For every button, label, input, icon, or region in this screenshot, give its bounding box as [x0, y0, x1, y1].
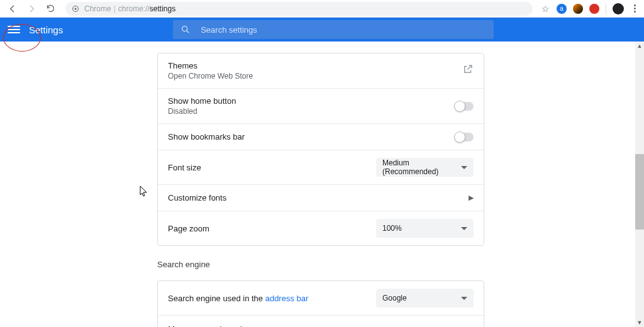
font-size-value: Medium (Recommended)	[382, 158, 461, 176]
home-button-label: Show home button	[168, 96, 236, 106]
home-button-row: Show home button Disabled	[158, 89, 484, 124]
forward-button[interactable]	[24, 1, 39, 16]
page-title: Settings	[29, 25, 63, 35]
dropdown-caret-icon	[461, 166, 467, 169]
search-engine-used-label: Search engine used in the address bar	[168, 294, 308, 303]
themes-label: Themes	[168, 61, 253, 70]
external-link-icon	[462, 64, 474, 78]
home-button-toggle[interactable]	[455, 102, 474, 111]
page-zoom-select[interactable]: 100%	[376, 219, 474, 238]
settings-content: Themes Open Chrome Web Store Show home b…	[0, 42, 644, 327]
chevron-right-icon: ▶	[469, 325, 474, 328]
themes-sub: Open Chrome Web Store	[168, 72, 253, 80]
reload-button[interactable]	[43, 1, 58, 16]
hamburger-menu-icon[interactable]	[8, 26, 20, 33]
address-bar[interactable]: Chrome | chrome://settings	[65, 2, 533, 16]
toolbar-extensions: ☆ a	[540, 3, 639, 14]
home-button-sub: Disabled	[168, 107, 236, 116]
appearance-card: Themes Open Chrome Web Store Show home b…	[157, 53, 484, 246]
url-prefix: chrome://	[118, 4, 150, 13]
search-engine-used-row: Search engine used in the address bar Go…	[158, 281, 484, 316]
customize-fonts-row[interactable]: Customize fonts ▶	[158, 185, 484, 211]
settings-header: Settings Search settings	[0, 18, 644, 42]
page-zoom-value: 100%	[382, 224, 402, 233]
search-engine-select[interactable]: Google	[376, 289, 474, 308]
bookmarks-bar-row: Show bookmarks bar	[158, 124, 484, 150]
page-zoom-row: Page zoom 100%	[158, 211, 484, 245]
extension-icon-2[interactable]	[573, 4, 583, 14]
toolbar-divider	[606, 3, 606, 14]
search-engine-card: Search engine used in the address bar Go…	[157, 280, 484, 327]
url-path: settings	[150, 4, 175, 13]
scroll-up-button[interactable]: ▲	[635, 42, 644, 50]
search-engine-value: Google	[382, 294, 407, 302]
font-size-row: Font size Medium (Recommended)	[158, 150, 484, 185]
font-size-label: Font size	[168, 163, 201, 172]
extension-icon-3[interactable]	[589, 4, 599, 14]
font-size-select[interactable]: Medium (Recommended)	[376, 158, 474, 177]
chevron-right-icon: ▶	[469, 194, 474, 202]
customize-fonts-label: Customize fonts	[168, 193, 226, 202]
scroll-down-button[interactable]: ▼	[635, 318, 644, 327]
bookmarks-bar-toggle[interactable]	[455, 133, 474, 141]
manage-search-engines-row[interactable]: Manage search engines ▶	[158, 316, 484, 327]
extension-icon-1[interactable]: a	[557, 4, 567, 14]
address-bar-link[interactable]: address bar	[265, 294, 309, 303]
profile-avatar[interactable]	[613, 3, 624, 14]
bookmarks-bar-label: Show bookmarks bar	[168, 132, 245, 141]
back-button[interactable]	[5, 1, 20, 16]
themes-row[interactable]: Themes Open Chrome Web Store	[158, 53, 484, 89]
search-placeholder: Search settings	[201, 25, 257, 35]
chrome-menu-icon[interactable]	[630, 4, 639, 13]
page-zoom-label: Page zoom	[168, 224, 209, 233]
manage-search-engines-label: Manage search engines	[168, 324, 255, 328]
scrollbar-thumb[interactable]	[635, 154, 644, 230]
url-origin-label: Chrome	[84, 4, 111, 13]
svg-line-3	[187, 31, 189, 33]
browser-toolbar: Chrome | chrome://settings ☆ a	[0, 0, 644, 18]
svg-point-1	[75, 8, 77, 9]
search-settings-input[interactable]: Search settings	[173, 20, 494, 39]
bookmark-star-icon[interactable]: ☆	[540, 4, 550, 14]
dropdown-caret-icon	[461, 227, 467, 230]
dropdown-caret-icon	[461, 297, 467, 300]
svg-point-2	[182, 26, 187, 31]
search-engine-section-label: Search engine	[157, 260, 484, 269]
